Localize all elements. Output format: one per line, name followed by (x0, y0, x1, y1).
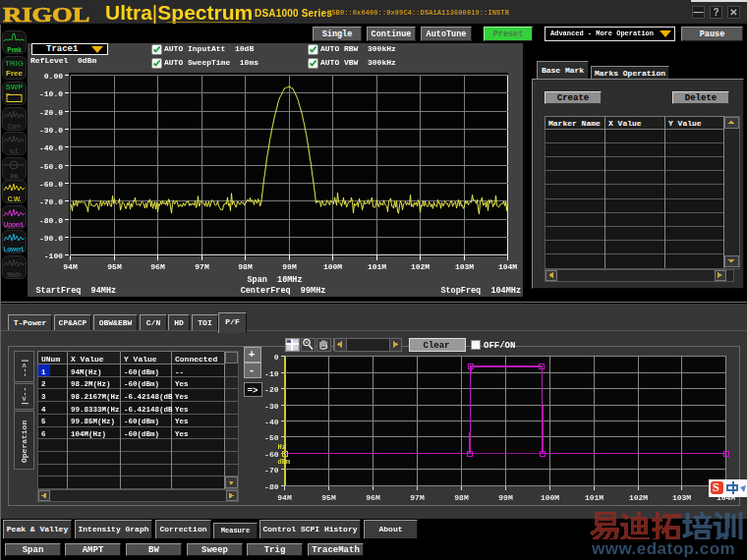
svg-text:6: 6 (41, 430, 46, 438)
svg-text:-20: -20 (265, 385, 279, 394)
svg-text:Clear: Clear (423, 341, 449, 351)
svg-text:Yes: Yes (175, 406, 189, 414)
svg-text:98M: 98M (238, 262, 253, 271)
svg-text:-100: -100 (44, 252, 63, 260)
svg-text:Yes: Yes (175, 430, 189, 438)
svg-text:CenterFreq 99MHz: CenterFreq 99MHz (241, 286, 326, 296)
svg-text:Hz: Hz (278, 443, 286, 451)
svg-text:X Value: X Value (608, 119, 642, 128)
svg-text:-60(dBm): -60(dBm) (124, 430, 159, 438)
svg-text:101M: 101M (368, 262, 386, 271)
svg-text:-10.0: -10.0 (39, 89, 63, 98)
svg-text:96M: 96M (150, 262, 165, 271)
svg-text:95M: 95M (107, 262, 122, 271)
svg-text:103M: 103M (455, 262, 474, 271)
svg-text:94M: 94M (277, 493, 292, 502)
svg-text:Marker Name: Marker Name (548, 119, 601, 128)
svg-text:99.85M(Hz): 99.85M(Hz) (71, 418, 115, 425)
svg-text:X Value: X Value (71, 355, 104, 364)
svg-text:101M: 101M (585, 493, 603, 502)
svg-text:102M: 102M (411, 262, 430, 271)
svg-text:Connected: Connected (175, 355, 217, 364)
svg-text:Yes: Yes (175, 393, 189, 401)
svg-text:Yes: Yes (175, 418, 189, 425)
svg-text:99.8333M(Hz: 99.8333M(Hz (71, 406, 120, 414)
svg-text:|<--: |<-- (20, 387, 29, 406)
svg-text:-10: -10 (265, 369, 279, 378)
svg-text:-30: -30 (265, 402, 279, 411)
svg-text:-70: -70 (265, 466, 279, 475)
svg-text:-6.42148(dB: -6.42148(dB (124, 393, 173, 401)
svg-text:0: 0 (274, 353, 279, 362)
svg-text:2: 2 (41, 380, 46, 388)
svg-text:Yes: Yes (175, 380, 189, 388)
svg-text:97M: 97M (410, 493, 425, 502)
svg-text:96M: 96M (366, 493, 380, 502)
svg-text:OFF/ON: OFF/ON (484, 341, 515, 351)
svg-text:Span 10MHz: Span 10MHz (247, 275, 302, 285)
svg-text:=>: => (248, 386, 259, 396)
svg-text:102M: 102M (629, 493, 648, 502)
svg-text:-60.0: -60.0 (39, 180, 63, 189)
svg-text:104M: 104M (498, 262, 517, 271)
svg-text:0.00: 0.00 (44, 72, 63, 81)
svg-text:-50.0: -50.0 (39, 162, 63, 171)
svg-text:UNum: UNum (41, 355, 60, 364)
svg-text:-90.0: -90.0 (39, 234, 63, 243)
svg-text:--: -- (175, 368, 184, 376)
svg-text:Y Value: Y Value (668, 119, 702, 128)
svg-text:97M: 97M (195, 262, 209, 271)
svg-text:3: 3 (41, 393, 46, 401)
svg-text:-80: -80 (265, 482, 279, 491)
svg-text:-20.0: -20.0 (39, 108, 63, 117)
svg-text:Operation: Operation (20, 420, 29, 463)
svg-text:103M: 103M (672, 493, 691, 502)
svg-text:-60(dBm): -60(dBm) (124, 368, 159, 376)
svg-text:+: + (249, 349, 256, 361)
svg-text:1: 1 (41, 368, 46, 376)
svg-text:98.2167M(Hz: 98.2167M(Hz (71, 393, 120, 401)
svg-text:dBm: dBm (278, 458, 291, 466)
svg-text:100M: 100M (541, 493, 559, 502)
svg-text:-: - (249, 364, 256, 376)
svg-text:4: 4 (41, 406, 46, 414)
svg-text:-70.0: -70.0 (39, 197, 63, 206)
svg-text:-6.42148(dB: -6.42148(dB (124, 406, 173, 414)
svg-text:-80.0: -80.0 (39, 216, 63, 225)
svg-text:-40.0: -40.0 (39, 143, 63, 152)
svg-text:-60(dBm): -60(dBm) (124, 380, 159, 388)
svg-text:98M: 98M (454, 493, 469, 502)
svg-text:95M: 95M (321, 493, 336, 502)
svg-text:98.2M(Hz): 98.2M(Hz) (71, 380, 111, 388)
svg-text:-50: -50 (265, 433, 279, 442)
svg-text:Y Value: Y Value (124, 355, 157, 364)
svg-text:5: 5 (41, 418, 46, 425)
svg-text:99M: 99M (282, 262, 297, 271)
svg-text:94M(Hz): 94M(Hz) (71, 368, 102, 376)
svg-text:StartFreq 94MHz: StartFreq 94MHz (36, 286, 117, 296)
svg-text:-->|: -->| (20, 359, 29, 377)
svg-text:94M: 94M (63, 262, 78, 271)
svg-text:-40: -40 (265, 418, 279, 426)
svg-text:99M: 99M (498, 493, 513, 502)
svg-text:100M: 100M (323, 262, 342, 271)
svg-text:-30.0: -30.0 (39, 126, 63, 135)
svg-text:-60(dBm): -60(dBm) (124, 418, 159, 425)
svg-text:StopFreq 104MHz: StopFreq 104MHz (440, 286, 521, 296)
svg-text:104M(Hz): 104M(Hz) (71, 430, 106, 438)
